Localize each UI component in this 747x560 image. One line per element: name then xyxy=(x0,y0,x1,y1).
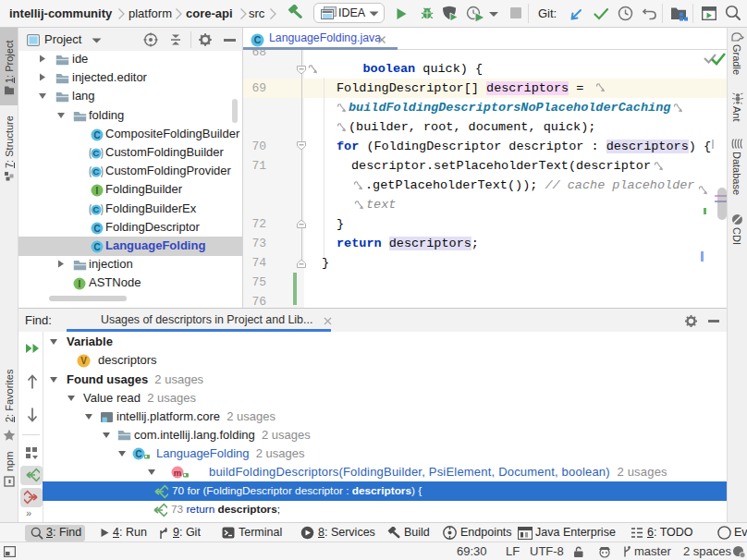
svg-text:C: C xyxy=(135,449,141,459)
svg-text:I: I xyxy=(96,186,99,196)
svg-text:m: m xyxy=(174,468,181,478)
svg-text:C: C xyxy=(93,204,100,214)
svg-text:C: C xyxy=(93,166,100,177)
svg-text:I: I xyxy=(79,279,81,289)
svg-text:C: C xyxy=(93,130,100,140)
svg-text:V: V xyxy=(80,356,87,366)
svg-text:C: C xyxy=(93,148,100,158)
svg-text:C: C xyxy=(93,242,100,252)
svg-text:C: C xyxy=(93,224,100,234)
svg-text:C: C xyxy=(254,34,262,45)
